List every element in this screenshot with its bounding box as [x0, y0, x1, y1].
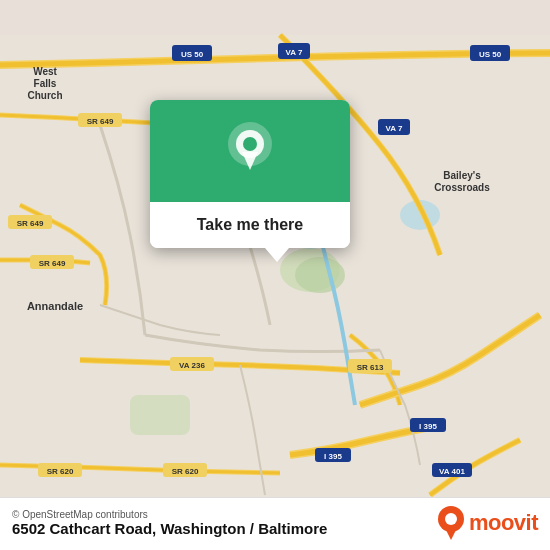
svg-text:SR 613: SR 613: [357, 363, 384, 372]
svg-rect-3: [130, 395, 190, 435]
location-pin-icon: [224, 122, 276, 184]
svg-text:US 50: US 50: [181, 50, 204, 59]
osm-credit: © OpenStreetMap contributors: [12, 509, 327, 520]
svg-text:Annandale: Annandale: [27, 300, 83, 312]
popup-arrow: [265, 248, 289, 262]
svg-text:I 395: I 395: [419, 422, 437, 431]
svg-marker-46: [445, 528, 457, 540]
svg-text:Falls: Falls: [34, 78, 57, 89]
moovit-brand-label: moovit: [469, 510, 538, 536]
popup-card: Take me there: [150, 100, 350, 248]
svg-text:Bailey's: Bailey's: [443, 170, 481, 181]
svg-text:VA 7: VA 7: [386, 124, 403, 133]
svg-text:VA 236: VA 236: [179, 361, 205, 370]
popup-green-header: [150, 100, 350, 202]
bottom-info: © OpenStreetMap contributors 6502 Cathca…: [12, 509, 327, 537]
svg-text:SR 620: SR 620: [172, 467, 199, 476]
svg-text:SR 649: SR 649: [39, 259, 66, 268]
svg-text:US 50: US 50: [479, 50, 502, 59]
map-background: US 50 US 50 VA 7 VA 7 SR 649 SR 649 SR 6…: [0, 0, 550, 550]
bottom-bar: © OpenStreetMap contributors 6502 Cathca…: [0, 497, 550, 550]
svg-text:Crossroads: Crossroads: [434, 182, 490, 193]
moovit-pin-icon: [437, 506, 465, 540]
svg-text:I 395: I 395: [324, 452, 342, 461]
map-container: US 50 US 50 VA 7 VA 7 SR 649 SR 649 SR 6…: [0, 0, 550, 550]
svg-text:VA 401: VA 401: [439, 467, 465, 476]
svg-text:SR 649: SR 649: [87, 117, 114, 126]
svg-text:SR 649: SR 649: [17, 219, 44, 228]
moovit-logo: moovit: [437, 506, 538, 540]
svg-text:VA 7: VA 7: [286, 48, 303, 57]
svg-point-42: [243, 137, 257, 151]
svg-text:SR 620: SR 620: [47, 467, 74, 476]
svg-point-2: [295, 257, 345, 293]
svg-text:Church: Church: [28, 90, 63, 101]
take-me-there-button[interactable]: Take me there: [150, 202, 350, 248]
svg-point-45: [445, 513, 457, 525]
svg-text:West: West: [33, 66, 57, 77]
address-label: 6502 Cathcart Road, Washington / Baltimo…: [12, 520, 327, 537]
